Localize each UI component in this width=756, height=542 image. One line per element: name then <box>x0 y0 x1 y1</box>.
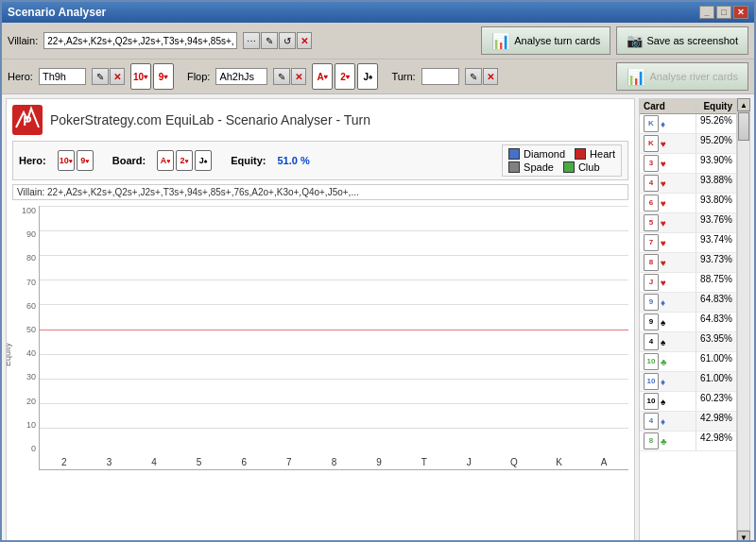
club-label: Club <box>578 161 600 173</box>
equity-card: 5 <box>644 214 659 231</box>
heart-color <box>575 148 586 160</box>
equity-suit: ♥ <box>661 139 666 149</box>
hero-card-display-2: 9♥ <box>77 150 94 171</box>
maximize-button[interactable]: □ <box>716 6 731 19</box>
hero-cards-display: 10♥ 9♥ <box>58 150 94 171</box>
villain-edit-btn[interactable]: ✎ <box>261 32 278 49</box>
y-70: 70 <box>26 278 36 287</box>
hero-edit-btn[interactable]: ✎ <box>92 68 109 85</box>
equity-row: 9♠64.83% <box>640 313 736 332</box>
equity-value: 95.20% <box>696 134 736 153</box>
x-labels: 23456789TJQKA <box>42 457 627 467</box>
chart-header: P PokerStrategy.com EquiLab - Scenario A… <box>12 105 628 135</box>
equity-value: 61.00% <box>696 372 736 391</box>
x-label-Q: Q <box>491 457 537 467</box>
turn-edit-btn[interactable]: ✎ <box>465 68 482 85</box>
equity-value: 64.83% <box>696 293 736 312</box>
bars-container <box>42 206 627 452</box>
equity-suit: ♠ <box>661 317 665 328</box>
equity-row: 10♠60.23% <box>640 392 736 412</box>
window-controls: _ □ ✕ <box>699 6 748 19</box>
bar-chart: Equity 100 90 80 70 60 50 40 30 20 10 0 <box>12 206 628 470</box>
hero-input[interactable] <box>39 68 86 85</box>
spade-color <box>508 161 520 173</box>
turn-input[interactable] <box>421 68 459 85</box>
minimize-button[interactable]: _ <box>699 6 714 19</box>
villain-label: Villain: <box>8 35 38 46</box>
board-card-display-3: J♠ <box>195 150 212 171</box>
equity-rows: K♦95.26%K♥95.20%3♥93.90%4♥93.88%6♥93.80%… <box>640 114 736 542</box>
board-card-display-1: A♥ <box>157 150 174 171</box>
equity-pct-display: 51.0 % <box>277 155 309 166</box>
equity-row: 8♥93.73% <box>640 253 736 273</box>
villain-remove-btn[interactable]: ✕ <box>297 32 312 49</box>
window-title: Scenario Analyser <box>8 6 106 19</box>
equity-card: 8 <box>644 432 659 449</box>
equity-table-panel: Card Equity K♦95.26%K♥95.20%3♥93.90%4♥93… <box>639 98 750 542</box>
equity-row: 7♥93.74% <box>640 233 736 253</box>
equity-suit: ♣ <box>661 436 667 447</box>
equity-card: 9 <box>644 313 659 330</box>
flop-card-3: J♠ <box>357 63 378 90</box>
equity-value: 93.74% <box>696 233 736 252</box>
x-label-8: 8 <box>312 457 357 467</box>
x-label-2: 2 <box>42 457 87 467</box>
club-color <box>563 161 575 173</box>
turn-label: Turn: <box>391 71 415 82</box>
equity-row: K♥95.20% <box>640 134 736 154</box>
equity-suit: ♦ <box>661 297 665 308</box>
scroll-thumb[interactable] <box>738 112 749 141</box>
y-100: 100 <box>22 206 36 215</box>
flop-edit-btn[interactable]: ✎ <box>273 68 290 85</box>
flop-input[interactable] <box>215 68 267 85</box>
equity-suit: ♥ <box>661 178 666 189</box>
eq-table-header: Card Equity <box>640 99 736 114</box>
analyse-river-btn[interactable]: 📊 Analyse river cards <box>616 62 748 91</box>
x-label-6: 6 <box>221 457 266 467</box>
villain-range-btn[interactable]: ⋯ <box>243 32 260 49</box>
equity-value: 42.98% <box>696 412 736 431</box>
y-60: 60 <box>26 301 36 311</box>
equity-card: 10 <box>644 353 659 370</box>
col-card-header: Card <box>640 99 696 113</box>
villain-input[interactable] <box>43 32 237 49</box>
x-label-4: 4 <box>131 457 177 467</box>
equity-card: 7 <box>644 234 659 251</box>
equity-scrollbar[interactable]: ▲ ▼ <box>737 98 750 542</box>
flop-card-1: A♥ <box>312 63 333 90</box>
villain-clear-btn[interactable]: ↺ <box>279 32 296 49</box>
equity-value: 93.88% <box>696 174 736 193</box>
x-label-K: K <box>537 457 582 467</box>
y-40: 40 <box>26 348 36 358</box>
spade-label: Spade <box>524 161 554 173</box>
ps-logo-icon: P <box>12 105 43 135</box>
board-info-label: Board: <box>112 155 146 166</box>
hero-card-2: 9♥ <box>153 63 174 90</box>
equity-suit: ♥ <box>661 238 666 248</box>
equity-suit: ♥ <box>661 159 666 169</box>
equity-value: 93.90% <box>696 154 736 173</box>
equity-value: 93.73% <box>696 253 736 272</box>
save-screenshot-label: Save as screenshot <box>646 35 738 46</box>
save-screenshot-btn[interactable]: 📷 Save as screenshot <box>616 26 748 55</box>
equity-suit: ♣ <box>661 357 667 367</box>
equity-suit: ♥ <box>661 198 666 209</box>
villain-range-display: Villain: 22+,A2s+,K2s+,Q2s+,J2s+,T3s+,94… <box>12 184 628 200</box>
flop-clear-btn[interactable]: ✕ <box>291 68 306 85</box>
close-button[interactable]: ✕ <box>733 6 748 19</box>
equity-row: 8♣42.98% <box>640 432 736 451</box>
y-90: 90 <box>26 229 36 239</box>
turn-clear-btn[interactable]: ✕ <box>483 68 498 85</box>
equity-value: 60.23% <box>696 392 736 411</box>
title-bar: Scenario Analyser _ □ ✕ <box>2 2 754 23</box>
analyse-turn-btn[interactable]: 📊 Analyse turn cards <box>481 26 610 55</box>
x-label-7: 7 <box>266 457 312 467</box>
scroll-down-btn[interactable]: ▼ <box>737 531 750 542</box>
equity-suit: ♥ <box>661 218 666 229</box>
equity-row: 5♥93.76% <box>640 213 736 233</box>
scroll-up-btn[interactable]: ▲ <box>737 98 750 111</box>
board-cards-display: A♥ 2♥ J♠ <box>157 150 212 171</box>
hero-clear-btn[interactable]: ✕ <box>110 68 125 85</box>
equity-card: K <box>644 115 659 132</box>
analyse-river-label: Analyse river cards <box>649 71 738 82</box>
